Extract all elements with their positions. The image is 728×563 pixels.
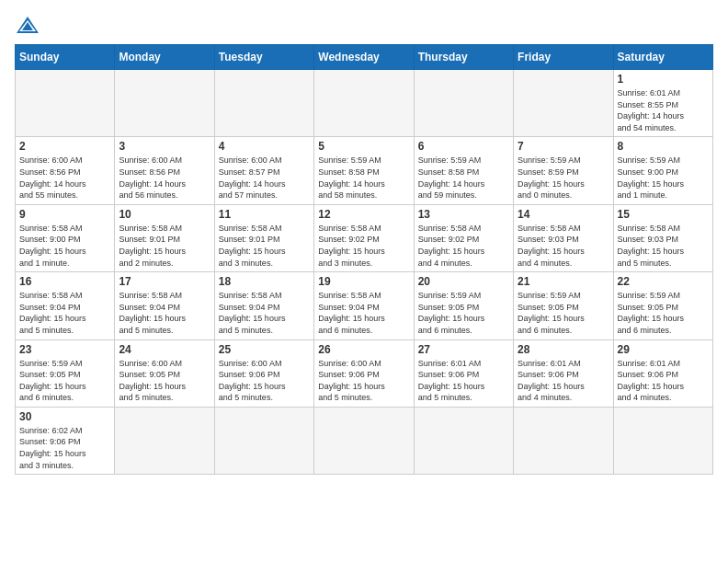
calendar-cell: 17Sunrise: 5:58 AM Sunset: 9:04 PM Dayli… (115, 272, 214, 339)
calendar-cell: 13Sunrise: 5:58 AM Sunset: 9:02 PM Dayli… (414, 204, 513, 271)
weekday-header: Saturday (613, 45, 712, 70)
calendar-week-row: 16Sunrise: 5:58 AM Sunset: 9:04 PM Dayli… (16, 272, 713, 339)
calendar-cell: 3Sunrise: 6:00 AM Sunset: 8:56 PM Daylig… (115, 137, 214, 204)
calendar-cell: 21Sunrise: 5:59 AM Sunset: 9:05 PM Dayli… (514, 272, 613, 339)
day-number: 18 (219, 275, 310, 288)
day-info: Sunrise: 6:00 AM Sunset: 9:05 PM Dayligh… (119, 358, 210, 404)
calendar-cell: 2Sunrise: 6:00 AM Sunset: 8:56 PM Daylig… (16, 137, 115, 204)
calendar-week-row: 2Sunrise: 6:00 AM Sunset: 8:56 PM Daylig… (16, 137, 713, 204)
calendar-cell: 10Sunrise: 5:58 AM Sunset: 9:01 PM Dayli… (115, 204, 214, 271)
calendar-cell: 4Sunrise: 6:00 AM Sunset: 8:57 PM Daylig… (214, 137, 313, 204)
day-number: 29 (618, 343, 709, 356)
weekday-header: Monday (115, 45, 214, 70)
day-info: Sunrise: 6:01 AM Sunset: 9:06 PM Dayligh… (418, 358, 509, 404)
calendar-week-row: 9Sunrise: 5:58 AM Sunset: 9:00 PM Daylig… (16, 204, 713, 271)
calendar-cell: 26Sunrise: 6:00 AM Sunset: 9:06 PM Dayli… (314, 339, 414, 407)
day-number: 8 (618, 140, 709, 153)
calendar-cell: 25Sunrise: 6:00 AM Sunset: 9:06 PM Dayli… (214, 339, 313, 407)
day-info: Sunrise: 5:58 AM Sunset: 9:02 PM Dayligh… (418, 223, 509, 269)
calendar-cell: 14Sunrise: 5:58 AM Sunset: 9:03 PM Dayli… (514, 204, 613, 271)
calendar-cell: 19Sunrise: 5:58 AM Sunset: 9:04 PM Dayli… (314, 272, 414, 339)
weekday-header-row: SundayMondayTuesdayWednesdayThursdayFrid… (16, 45, 713, 70)
day-info: Sunrise: 5:58 AM Sunset: 9:04 PM Dayligh… (219, 290, 310, 336)
day-info: Sunrise: 5:59 AM Sunset: 9:00 PM Dayligh… (618, 155, 709, 201)
day-number: 30 (19, 410, 110, 423)
day-number: 2 (19, 140, 110, 153)
weekday-header: Friday (514, 45, 613, 70)
logo-icon (15, 15, 40, 35)
day-number: 16 (19, 275, 110, 288)
day-number: 27 (418, 343, 509, 356)
day-info: Sunrise: 5:59 AM Sunset: 9:05 PM Dayligh… (418, 290, 509, 336)
logo (15, 15, 44, 35)
weekday-header: Tuesday (214, 45, 313, 70)
calendar-cell (115, 407, 214, 474)
day-number: 5 (318, 140, 409, 153)
calendar-week-row: 1Sunrise: 6:01 AM Sunset: 8:55 PM Daylig… (16, 70, 713, 137)
day-number: 22 (618, 275, 709, 288)
calendar-cell: 18Sunrise: 5:58 AM Sunset: 9:04 PM Dayli… (214, 272, 313, 339)
day-info: Sunrise: 5:58 AM Sunset: 9:04 PM Dayligh… (19, 290, 110, 336)
calendar-week-row: 23Sunrise: 5:59 AM Sunset: 9:05 PM Dayli… (16, 339, 713, 407)
calendar-cell (414, 407, 513, 474)
day-number: 17 (119, 275, 210, 288)
day-info: Sunrise: 6:00 AM Sunset: 8:57 PM Dayligh… (219, 155, 310, 201)
calendar-cell (214, 407, 313, 474)
day-info: Sunrise: 5:59 AM Sunset: 9:05 PM Dayligh… (618, 290, 709, 336)
day-number: 13 (418, 208, 509, 221)
calendar-week-row: 30Sunrise: 6:02 AM Sunset: 9:06 PM Dayli… (16, 407, 713, 474)
day-number: 7 (518, 140, 609, 153)
calendar-cell (514, 70, 613, 137)
day-info: Sunrise: 5:59 AM Sunset: 8:58 PM Dayligh… (418, 155, 509, 201)
calendar-cell (613, 407, 712, 474)
weekday-header: Sunday (16, 45, 115, 70)
day-info: Sunrise: 6:00 AM Sunset: 9:06 PM Dayligh… (219, 358, 310, 404)
calendar-cell: 22Sunrise: 5:59 AM Sunset: 9:05 PM Dayli… (613, 272, 712, 339)
calendar-cell: 29Sunrise: 6:01 AM Sunset: 9:06 PM Dayli… (613, 339, 712, 407)
calendar-cell: 1Sunrise: 6:01 AM Sunset: 8:55 PM Daylig… (613, 70, 712, 137)
calendar-cell: 9Sunrise: 5:58 AM Sunset: 9:00 PM Daylig… (16, 204, 115, 271)
day-info: Sunrise: 5:58 AM Sunset: 9:04 PM Dayligh… (119, 290, 210, 336)
calendar-cell: 23Sunrise: 5:59 AM Sunset: 9:05 PM Dayli… (16, 339, 115, 407)
calendar-cell: 28Sunrise: 6:01 AM Sunset: 9:06 PM Dayli… (514, 339, 613, 407)
calendar-cell: 16Sunrise: 5:58 AM Sunset: 9:04 PM Dayli… (16, 272, 115, 339)
day-number: 9 (19, 208, 110, 221)
day-info: Sunrise: 5:59 AM Sunset: 8:58 PM Dayligh… (318, 155, 409, 201)
day-info: Sunrise: 5:58 AM Sunset: 9:01 PM Dayligh… (119, 223, 210, 269)
day-info: Sunrise: 5:58 AM Sunset: 9:02 PM Dayligh… (318, 223, 409, 269)
calendar-cell (514, 407, 613, 474)
day-info: Sunrise: 5:59 AM Sunset: 9:05 PM Dayligh… (19, 358, 110, 404)
calendar-cell (214, 70, 313, 137)
day-info: Sunrise: 6:02 AM Sunset: 9:06 PM Dayligh… (19, 425, 110, 471)
calendar-table: SundayMondayTuesdayWednesdayThursdayFrid… (15, 44, 713, 475)
day-info: Sunrise: 5:59 AM Sunset: 9:05 PM Dayligh… (518, 290, 609, 336)
day-info: Sunrise: 6:00 AM Sunset: 8:56 PM Dayligh… (119, 155, 210, 201)
day-number: 6 (418, 140, 509, 153)
calendar-cell (115, 70, 214, 137)
calendar-cell (16, 70, 115, 137)
calendar-cell (314, 70, 414, 137)
calendar-cell: 24Sunrise: 6:00 AM Sunset: 9:05 PM Dayli… (115, 339, 214, 407)
day-number: 3 (119, 140, 210, 153)
day-number: 20 (418, 275, 509, 288)
weekday-header: Thursday (414, 45, 513, 70)
day-number: 28 (518, 343, 609, 356)
day-number: 1 (618, 73, 709, 86)
day-info: Sunrise: 5:58 AM Sunset: 9:01 PM Dayligh… (219, 223, 310, 269)
day-number: 12 (318, 208, 409, 221)
day-info: Sunrise: 5:58 AM Sunset: 9:00 PM Dayligh… (19, 223, 110, 269)
day-info: Sunrise: 5:58 AM Sunset: 9:03 PM Dayligh… (618, 223, 709, 269)
day-info: Sunrise: 6:00 AM Sunset: 9:06 PM Dayligh… (318, 358, 409, 404)
day-number: 24 (119, 343, 210, 356)
calendar-cell: 27Sunrise: 6:01 AM Sunset: 9:06 PM Dayli… (414, 339, 513, 407)
day-info: Sunrise: 5:58 AM Sunset: 9:04 PM Dayligh… (318, 290, 409, 336)
calendar-cell: 5Sunrise: 5:59 AM Sunset: 8:58 PM Daylig… (314, 137, 414, 204)
calendar-cell: 12Sunrise: 5:58 AM Sunset: 9:02 PM Dayli… (314, 204, 414, 271)
day-number: 25 (219, 343, 310, 356)
calendar-header (15, 15, 713, 35)
day-info: Sunrise: 5:59 AM Sunset: 8:59 PM Dayligh… (518, 155, 609, 201)
calendar-cell: 6Sunrise: 5:59 AM Sunset: 8:58 PM Daylig… (414, 137, 513, 204)
day-number: 15 (618, 208, 709, 221)
calendar-cell: 20Sunrise: 5:59 AM Sunset: 9:05 PM Dayli… (414, 272, 513, 339)
day-info: Sunrise: 6:01 AM Sunset: 8:55 PM Dayligh… (618, 87, 709, 133)
